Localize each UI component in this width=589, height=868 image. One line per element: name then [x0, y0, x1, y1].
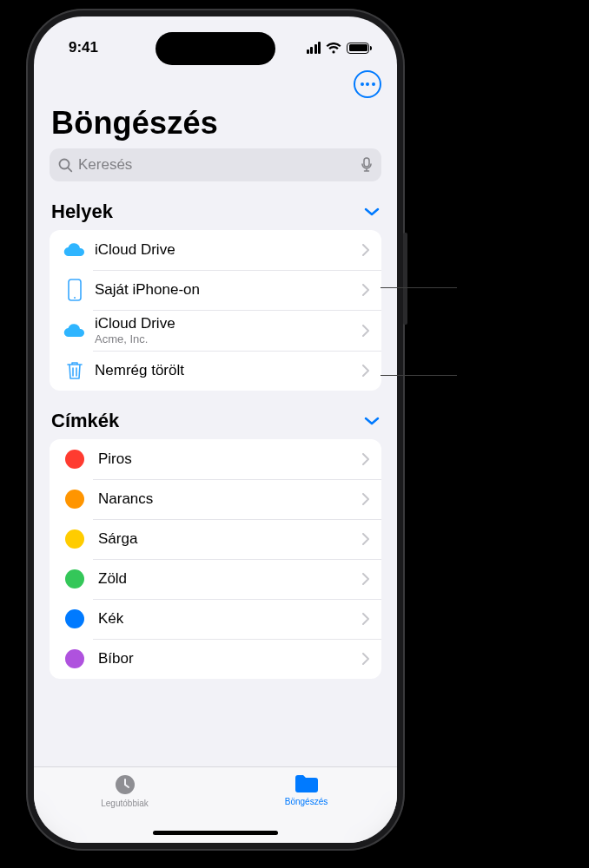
- location-row-iphone[interactable]: Saját iPhone-on: [50, 270, 381, 310]
- tag-row-yellow[interactable]: Sárga: [50, 519, 381, 559]
- chevron-right-icon: [362, 653, 369, 665]
- search-field[interactable]: Keresés: [50, 148, 381, 181]
- screen: 9:41 Böngészés: [34, 16, 397, 843]
- row-label: Sárga: [98, 530, 362, 548]
- row-label: Bíbor: [98, 650, 362, 667]
- svg-point-1: [74, 297, 76, 299]
- tag-row-purple[interactable]: Bíbor: [50, 639, 381, 679]
- location-row-trash[interactable]: Nemrég törölt: [50, 351, 381, 391]
- chevron-right-icon: [362, 573, 369, 585]
- trash-icon: [62, 360, 88, 381]
- tag-color-dot: [65, 450, 84, 469]
- row-label: Kék: [98, 610, 362, 628]
- home-indicator[interactable]: [153, 831, 278, 835]
- power-button: [403, 233, 407, 325]
- tag-color-dot: [65, 569, 84, 589]
- microphone-icon[interactable]: [361, 157, 373, 173]
- icloud-icon: [62, 241, 88, 259]
- tag-color-dot: [65, 529, 84, 549]
- tag-color-dot: [65, 490, 84, 509]
- row-subtitle: Acme, Inc.: [95, 332, 362, 345]
- section-header-locations[interactable]: Helyek: [34, 181, 397, 230]
- locations-group: iCloud Drive Saját iPhone-on: [50, 230, 381, 391]
- tag-row-blue[interactable]: Kék: [50, 599, 381, 639]
- chevron-right-icon: [362, 493, 369, 505]
- chevron-down-icon: [364, 416, 380, 426]
- row-label: iCloud Drive: [95, 315, 362, 332]
- callout-line: [381, 375, 457, 376]
- chevron-right-icon: [362, 533, 369, 545]
- battery-icon: [347, 43, 369, 54]
- cellular-icon: [307, 42, 321, 54]
- tag-row-green[interactable]: Zöld: [50, 559, 381, 599]
- phone-frame: 9:41 Böngészés: [26, 9, 405, 851]
- icloud-icon: [62, 322, 88, 339]
- section-header-tags[interactable]: Címkék: [34, 391, 397, 439]
- row-label: iCloud Drive: [95, 241, 362, 259]
- chevron-right-icon: [362, 244, 369, 256]
- tags-group: Piros Narancs Sárga Zöld: [50, 439, 381, 679]
- row-label: Saját iPhone-on: [95, 281, 362, 299]
- row-label: Narancs: [98, 490, 362, 508]
- tab-label: Böngészés: [285, 797, 328, 806]
- search-placeholder: Keresés: [78, 156, 355, 174]
- dynamic-island: [156, 32, 275, 65]
- search-icon: [58, 158, 73, 173]
- section-title: Címkék: [51, 410, 119, 432]
- chevron-down-icon: [364, 207, 380, 217]
- wifi-icon: [326, 43, 341, 54]
- chevron-right-icon: [362, 453, 369, 465]
- status-time: 9:41: [69, 39, 98, 56]
- chevron-right-icon: [362, 284, 369, 296]
- tab-label: Legutóbbiak: [101, 799, 149, 808]
- callout-line: [381, 287, 457, 288]
- row-label: Piros: [98, 450, 362, 468]
- chevron-right-icon: [362, 365, 369, 377]
- row-label: Nemrég törölt: [95, 362, 362, 379]
- clock-icon: [113, 773, 137, 797]
- chevron-right-icon: [362, 325, 369, 337]
- location-row-icloud-acme[interactable]: iCloud Drive Acme, Inc.: [50, 310, 381, 351]
- folder-icon: [294, 773, 320, 795]
- iphone-icon: [62, 279, 88, 301]
- chevron-right-icon: [362, 613, 369, 625]
- row-label: Zöld: [98, 570, 362, 588]
- tag-row-red[interactable]: Piros: [50, 439, 381, 479]
- more-button[interactable]: [354, 70, 381, 98]
- page-title: Böngészés: [34, 98, 397, 148]
- section-title: Helyek: [51, 201, 113, 223]
- tag-color-dot: [65, 609, 84, 628]
- tag-color-dot: [65, 649, 84, 668]
- location-row-icloud[interactable]: iCloud Drive: [50, 230, 381, 270]
- tag-row-orange[interactable]: Narancs: [50, 479, 381, 519]
- status-indicators: [307, 42, 370, 54]
